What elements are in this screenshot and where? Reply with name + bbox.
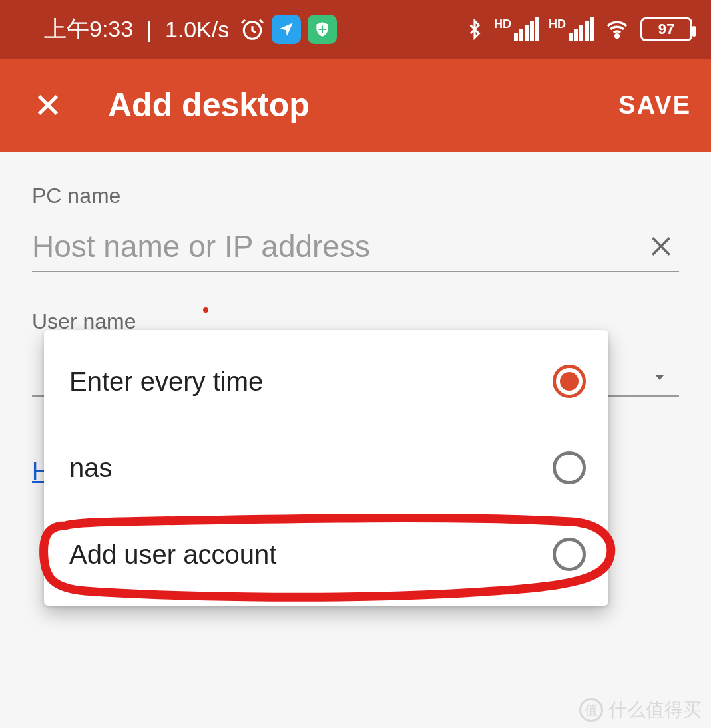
chevron-down-icon bbox=[648, 369, 671, 385]
option-label: nas bbox=[69, 453, 113, 483]
user-name-options-popup: Enter every time nas Add user account bbox=[44, 330, 608, 606]
sim2-signal: HD bbox=[549, 17, 594, 41]
watermark-text: 什么值得买 bbox=[608, 697, 702, 723]
status-separator: | bbox=[140, 17, 158, 43]
clear-icon[interactable] bbox=[643, 234, 679, 259]
status-right: HD HD 97 bbox=[465, 16, 692, 43]
app-bar: Add desktop SAVE bbox=[0, 59, 711, 152]
page-title: Add desktop bbox=[108, 86, 618, 124]
battery-indicator: 97 bbox=[640, 17, 692, 41]
bluetooth-icon bbox=[465, 16, 485, 43]
watermark: 值 什么值得买 bbox=[579, 697, 702, 723]
option-add-user-account[interactable]: Add user account bbox=[44, 511, 608, 598]
app-icon-shield bbox=[308, 15, 337, 44]
content-area: PC name User name bbox=[0, 152, 711, 334]
close-button[interactable] bbox=[35, 92, 61, 118]
radio-selected-icon bbox=[553, 365, 586, 398]
status-time: 上午9:33 bbox=[44, 14, 133, 45]
save-button[interactable]: SAVE bbox=[618, 91, 691, 120]
pc-name-field[interactable] bbox=[32, 228, 679, 272]
alarm-icon bbox=[240, 17, 265, 42]
option-nas[interactable]: nas bbox=[44, 425, 608, 511]
pc-name-input[interactable] bbox=[32, 228, 643, 264]
radio-icon bbox=[553, 538, 586, 571]
app-icon-nav bbox=[272, 15, 301, 44]
option-label: Enter every time bbox=[69, 367, 263, 397]
pc-name-label: PC name bbox=[32, 184, 679, 208]
option-label: Add user account bbox=[69, 540, 276, 570]
status-left: 上午9:33 | 1.0K/s bbox=[44, 14, 337, 45]
status-bar: 上午9:33 | 1.0K/s HD HD bbox=[0, 0, 711, 59]
option-enter-every-time[interactable]: Enter every time bbox=[44, 338, 608, 425]
watermark-icon: 值 bbox=[579, 698, 603, 722]
status-net-speed: 1.0K/s bbox=[165, 17, 229, 43]
wifi-icon bbox=[603, 18, 631, 41]
cursor-dot bbox=[203, 307, 208, 313]
radio-icon bbox=[553, 451, 586, 484]
sim1-signal: HD bbox=[494, 17, 539, 41]
svg-point-1 bbox=[616, 35, 619, 38]
